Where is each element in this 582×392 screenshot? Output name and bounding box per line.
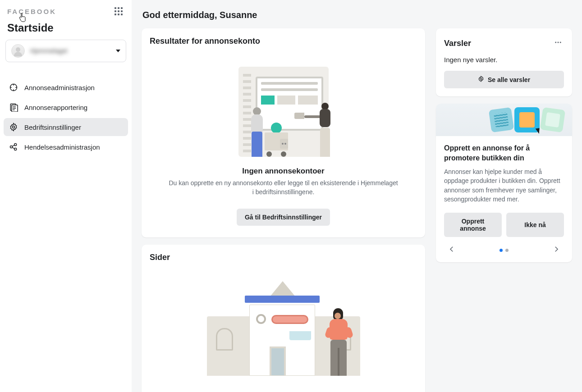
svg-point-5 bbox=[14, 144, 17, 146]
card-title: Resultater for annonsekonto bbox=[150, 36, 417, 46]
account-selector[interactable]: Hjemmelaget bbox=[5, 40, 126, 62]
main-content: God ettermiddag, Susanne Resultater for … bbox=[132, 0, 582, 392]
empty-state-heading: Ingen annonsekontoer bbox=[150, 167, 417, 176]
pages-card: Sider bbox=[142, 245, 425, 392]
sidebar-item-label: Hendelsesadministrasjon bbox=[24, 143, 100, 151]
share-nodes-icon bbox=[9, 142, 18, 151]
svg-point-9 bbox=[560, 42, 561, 43]
account-name: Hjemmelaget bbox=[30, 47, 110, 55]
cursor-pointer-icon bbox=[18, 13, 27, 23]
svg-point-3 bbox=[13, 126, 15, 128]
promo-text: Annonser kan hjelpe kunder med å oppdage… bbox=[444, 167, 564, 204]
sidebar-item-business-settings[interactable]: Bedriftsinnstillinger bbox=[4, 118, 128, 136]
promo-illustration bbox=[436, 104, 572, 136]
gear-icon bbox=[478, 76, 484, 83]
sidebar-item-ad-reporting[interactable]: Annonserapportering bbox=[4, 98, 128, 116]
alerts-empty-text: Ingen nye varsler. bbox=[444, 56, 564, 64]
caret-down-icon bbox=[116, 50, 120, 52]
sidebar-item-ads-manager[interactable]: Annonseadministrasjon bbox=[4, 78, 128, 96]
apps-menu-icon[interactable] bbox=[113, 5, 124, 17]
ad-results-card: Resultater for annonsekonto Ingen annons… bbox=[142, 28, 425, 237]
greeting: God ettermiddag, Susanne bbox=[142, 7, 572, 28]
empty-state-description: Du kan opprette en ny annonsekonto eller… bbox=[150, 178, 417, 197]
svg-point-6 bbox=[14, 148, 17, 150]
report-icon bbox=[9, 103, 18, 112]
go-to-business-settings-button[interactable]: Gå til Bedriftsinnstillinger bbox=[237, 209, 330, 226]
svg-point-4 bbox=[10, 146, 13, 148]
illustration-setup bbox=[150, 51, 417, 167]
svg-point-7 bbox=[555, 42, 556, 43]
carousel-dots bbox=[500, 249, 509, 252]
create-ad-button[interactable]: Opprett annonse bbox=[444, 213, 502, 237]
alerts-card: Varsler Ingen nye varsler. Se alle varsl… bbox=[436, 28, 572, 96]
more-icon[interactable] bbox=[552, 36, 564, 50]
sidebar-nav: Annonseadministrasjon Annonserapporterin… bbox=[4, 78, 128, 156]
see-all-alerts-button[interactable]: Se alle varsler bbox=[444, 71, 564, 88]
sidebar-item-label: Bedriftsinnstillinger bbox=[24, 123, 81, 131]
svg-point-10 bbox=[480, 78, 482, 80]
promo-card: Opprett en annonse for å promotere butik… bbox=[436, 104, 572, 262]
chevron-left-icon[interactable] bbox=[446, 243, 458, 257]
not-now-button[interactable]: Ikke nå bbox=[506, 213, 564, 237]
avatar-icon bbox=[11, 44, 25, 58]
sidebar-item-label: Annonserapportering bbox=[24, 104, 87, 111]
sidebar: FACEBOOK Startside Hjemmelaget Annonsead… bbox=[0, 0, 132, 392]
gear-icon bbox=[9, 123, 18, 132]
chevron-right-icon[interactable] bbox=[550, 243, 562, 257]
svg-point-8 bbox=[558, 42, 559, 43]
sidebar-item-events-manager[interactable]: Hendelsesadministrasjon bbox=[4, 138, 128, 156]
sidebar-item-label: Annonseadministrasjon bbox=[24, 84, 95, 91]
carousel-dot[interactable] bbox=[500, 249, 503, 252]
see-all-alerts-label: Se alle varsler bbox=[488, 76, 530, 83]
carousel-dot[interactable] bbox=[505, 249, 509, 252]
promo-title: Opprett en annonse for å promotere butik… bbox=[444, 143, 564, 163]
card-title: Varsler bbox=[444, 39, 471, 48]
illustration-storefront bbox=[150, 268, 417, 392]
target-icon bbox=[9, 83, 18, 92]
card-title: Sider bbox=[150, 253, 417, 262]
facebook-logo: FACEBOOK bbox=[7, 8, 56, 15]
